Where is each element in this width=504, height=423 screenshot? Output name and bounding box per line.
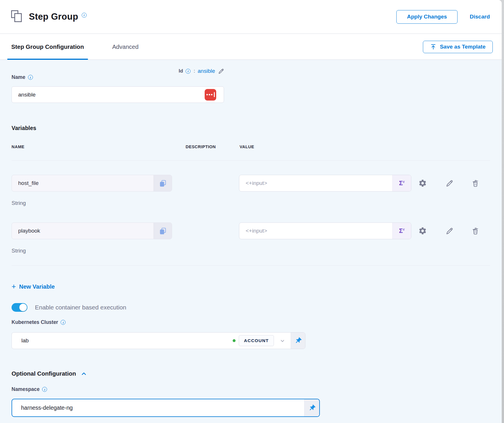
fixed-value-pin-button[interactable] [304,399,319,416]
copy-variable-button[interactable] [154,175,172,191]
id-info-icon[interactable]: i [186,69,191,74]
name-label: Name [12,74,25,80]
connector-select-chevron[interactable] [274,333,291,349]
kubernetes-cluster-input[interactable] [12,333,233,349]
id-colon: : [194,68,195,74]
table-divider [12,160,490,161]
save-as-template-label: Save as Template [440,44,486,50]
namespace-input[interactable] [12,399,304,416]
kubernetes-cluster-label: Kubernetes Cluster [12,319,58,325]
namespace-field [12,399,320,417]
fixed-value-pin-button[interactable] [291,333,305,349]
variable-type: String [12,248,26,254]
password-manager-icon[interactable] [205,89,216,101]
edit-id-icon[interactable] [218,68,224,74]
column-header-name: NAME [12,144,25,149]
variables-title: Variables [12,125,36,131]
toggle-label: Enable container based execution [35,304,126,311]
kubernetes-cluster-info-icon[interactable]: i [61,320,66,325]
pin-icon [294,337,302,344]
tab-advanced[interactable]: Advanced [112,34,139,60]
title-info-icon[interactable]: i [82,13,87,18]
gear-icon [418,227,427,235]
step-group-drawer: Step Group i Apply Changes Discard Step … [0,0,502,423]
column-header-value: VALUE [240,144,254,149]
kubernetes-cluster-label-row: Kubernetes Cluster i [12,319,66,325]
chevron-up-icon [81,370,87,377]
drawer-header: Step Group i Apply Changes Discard [0,0,502,34]
variable-name-field [12,175,172,192]
enable-container-toggle[interactable] [12,303,27,312]
edit-variable-button[interactable] [444,226,454,236]
variable-value-input[interactable] [239,175,392,191]
tab-label: Advanced [112,43,139,50]
variable-name-input[interactable] [12,223,154,239]
variable-name-input[interactable] [12,175,154,191]
sigma-expression-icon: Σx [399,179,405,187]
discard-button[interactable]: Discard [470,14,490,20]
namespace-label-row: Namespace i [12,386,47,392]
name-field [12,86,224,103]
pencil-icon [445,227,453,235]
variable-settings-button[interactable] [417,226,428,236]
namespace-info-icon[interactable]: i [42,387,47,392]
variable-value-field: Σx [239,222,411,239]
pencil-icon [445,179,453,187]
sigma-expression-icon: Σx [399,227,405,235]
step-group-configuration-panel: Id i : ansible Name i [0,60,502,423]
kubernetes-cluster-field: ACCOUNT [12,332,305,349]
variable-type: String [12,200,26,206]
variable-value-field: Σx [239,175,411,192]
upload-icon [430,44,436,50]
copy-variable-button[interactable] [154,223,172,239]
trash-icon [471,179,479,187]
id-value: ansible [198,68,215,74]
delete-variable-button[interactable] [470,178,481,188]
gear-icon [418,179,427,188]
expression-type-button[interactable]: Σx [392,175,411,191]
page-title: Step Group [29,12,78,22]
edit-variable-button[interactable] [444,178,454,188]
optional-configuration-title: Optional Configuration [12,370,76,377]
variable-value-input[interactable] [239,223,392,239]
name-input[interactable] [12,92,205,98]
scope-badge: ACCOUNT [239,335,274,346]
container-execution-row: Enable container based execution [12,303,126,312]
copy-icon [159,227,167,235]
table-divider [12,265,490,266]
pin-icon [308,404,316,412]
tab-bar: Step Group Configuration Advanced Save a… [0,34,502,60]
trash-icon [471,227,479,235]
new-variable-label: New Variable [19,283,55,290]
save-as-template-button[interactable]: Save as Template [423,41,493,53]
apply-changes-button[interactable]: Apply Changes [396,10,458,24]
column-header-description: DESCRIPTION [186,144,216,149]
plus-icon: + [12,283,16,290]
namespace-label: Namespace [12,386,40,392]
header-actions: Apply Changes Discard [396,10,490,24]
delete-variable-button[interactable] [470,226,481,236]
tab-label: Step Group Configuration [11,43,84,50]
copy-icon [159,179,167,187]
name-info-icon[interactable]: i [28,75,33,80]
variable-settings-button[interactable] [417,178,428,188]
expression-type-button[interactable]: Σx [392,223,411,239]
chevron-down-icon [280,338,285,344]
step-group-icon [11,10,24,23]
variable-name-field [12,222,172,239]
toggle-knob [19,304,27,311]
identifier-row: Id i : ansible [12,67,224,75]
variable-row-playbook: Σx [0,222,502,239]
variable-row-host-file: Σx [0,175,502,192]
id-label: Id [179,68,183,74]
connector-status-dot [233,339,236,342]
tab-step-group-configuration[interactable]: Step Group Configuration [7,34,88,60]
new-variable-button[interactable]: + New Variable [12,283,55,290]
optional-configuration-toggle[interactable]: Optional Configuration [12,370,87,377]
screen: Step Group i Apply Changes Discard Step … [0,0,504,423]
name-label-row: Name i [12,74,33,80]
